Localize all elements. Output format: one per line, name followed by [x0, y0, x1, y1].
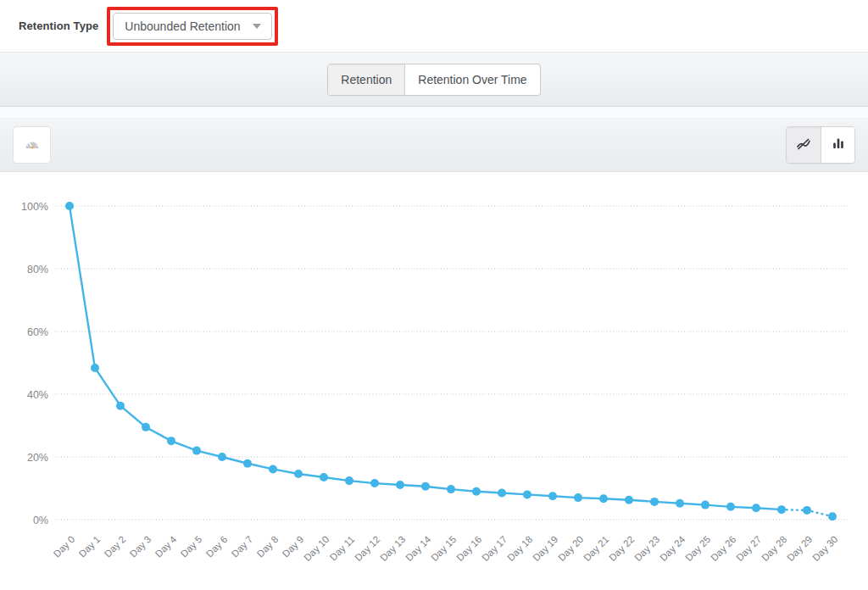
data-point[interactable] — [472, 487, 481, 496]
x-tick-label: Day 18 — [505, 534, 534, 563]
x-tick-label: Day 12 — [353, 534, 381, 563]
chart-type-toggle — [786, 126, 855, 164]
x-tick-label: Day 4 — [153, 534, 179, 559]
y-tick-label: 20% — [27, 452, 48, 464]
x-tick-label: Day 21 — [581, 534, 610, 563]
data-point[interactable] — [777, 505, 786, 514]
data-point[interactable] — [498, 489, 506, 498]
tab-retention-over-time[interactable]: Retention Over Time — [404, 64, 539, 95]
x-tick-label: Day 27 — [734, 534, 763, 563]
x-tick-label: Day 26 — [709, 534, 737, 563]
data-point[interactable] — [345, 476, 353, 485]
header-bar: Retention Type Unbounded Retention — [0, 0, 868, 53]
data-point[interactable] — [218, 453, 226, 461]
data-point[interactable] — [243, 459, 252, 468]
data-point[interactable] — [752, 504, 760, 512]
x-tick-label: Day 22 — [607, 534, 636, 563]
x-tick-label: Day 16 — [454, 534, 483, 563]
retention-chart-panel: 0%20%40%60%80%100%Day 0Day 1Day 2Day 3Da… — [0, 172, 868, 590]
x-tick-label: Day 17 — [480, 534, 509, 563]
x-tick-label: Day 15 — [429, 534, 458, 563]
x-tick-label: Day 3 — [128, 534, 153, 559]
retention-type-label: Retention Type — [19, 19, 98, 32]
data-point[interactable] — [523, 490, 531, 498]
x-tick-label: Day 28 — [760, 534, 788, 563]
x-tick-label: Day 29 — [785, 534, 814, 563]
x-tick-label: Day 5 — [179, 534, 204, 559]
data-point[interactable] — [167, 437, 175, 445]
line-chart-icon — [796, 136, 811, 154]
x-tick-label: Day 1 — [77, 534, 103, 559]
data-point[interactable] — [650, 498, 659, 506]
data-point[interactable] — [701, 501, 709, 509]
retention-type-dropdown[interactable]: Unbounded Retention — [113, 13, 271, 40]
data-point[interactable] — [676, 499, 684, 508]
data-point[interactable] — [726, 503, 735, 511]
data-point[interactable] — [269, 465, 277, 473]
tab-retention[interactable]: Retention — [328, 64, 404, 95]
retention-line-chart: 0%20%40%60%80%100%Day 0Day 1Day 2Day 3Da… — [0, 172, 868, 590]
chart-toolbar — [0, 118, 868, 172]
data-point[interactable] — [116, 402, 125, 410]
x-tick-label: Day 20 — [556, 534, 585, 563]
x-tick-label: Day 10 — [302, 534, 331, 563]
x-tick-label: Day 2 — [103, 534, 128, 559]
data-point[interactable] — [599, 494, 608, 503]
x-tick-label: Day 19 — [531, 534, 559, 563]
data-point[interactable] — [421, 482, 430, 491]
add-to-dashboard-button[interactable] — [13, 126, 51, 164]
data-point[interactable] — [447, 485, 455, 493]
y-tick-label: 0% — [33, 515, 48, 526]
data-point[interactable] — [574, 493, 582, 502]
retention-line — [70, 206, 782, 509]
y-tick-label: 60% — [27, 326, 48, 338]
bar-chart-icon — [831, 136, 846, 154]
x-tick-label: Day 30 — [810, 534, 839, 563]
x-tick-label: Day 0 — [52, 534, 77, 559]
gauge-icon — [24, 136, 41, 153]
retention-type-value: Unbounded Retention — [125, 19, 240, 33]
data-point[interactable] — [294, 470, 303, 478]
data-point[interactable] — [142, 423, 150, 431]
x-tick-label: Day 11 — [328, 534, 357, 563]
y-tick-label: 100% — [21, 201, 48, 213]
x-tick-label: Day 7 — [230, 534, 255, 559]
line-chart-toggle-button[interactable] — [787, 127, 821, 163]
data-point[interactable] — [370, 479, 379, 487]
data-point[interactable] — [625, 496, 633, 504]
x-tick-label: Day 13 — [378, 534, 407, 563]
y-tick-label: 40% — [27, 389, 48, 401]
x-tick-label: Day 25 — [683, 534, 712, 563]
annotation-box: Unbounded Retention — [107, 7, 277, 46]
data-point[interactable] — [548, 492, 557, 500]
retention-tabs: Retention Retention Over Time — [327, 64, 540, 96]
x-tick-label: Day 8 — [255, 534, 281, 559]
data-point[interactable] — [192, 447, 201, 455]
data-point[interactable] — [803, 506, 811, 515]
data-point[interactable] — [320, 473, 328, 481]
data-point[interactable] — [91, 364, 99, 372]
y-tick-label: 80% — [27, 264, 48, 276]
tab-band: Retention Retention Over Time — [0, 53, 868, 107]
data-point[interactable] — [65, 202, 74, 210]
bar-chart-toggle-button[interactable] — [821, 127, 854, 163]
chevron-down-icon — [253, 24, 261, 29]
x-tick-label: Day 24 — [658, 534, 687, 564]
x-tick-label: Day 14 — [403, 534, 433, 564]
divider-strip — [0, 107, 868, 118]
x-tick-label: Day 23 — [632, 534, 661, 563]
data-point[interactable] — [828, 512, 837, 520]
x-tick-label: Day 6 — [204, 534, 230, 559]
data-point[interactable] — [396, 481, 404, 489]
